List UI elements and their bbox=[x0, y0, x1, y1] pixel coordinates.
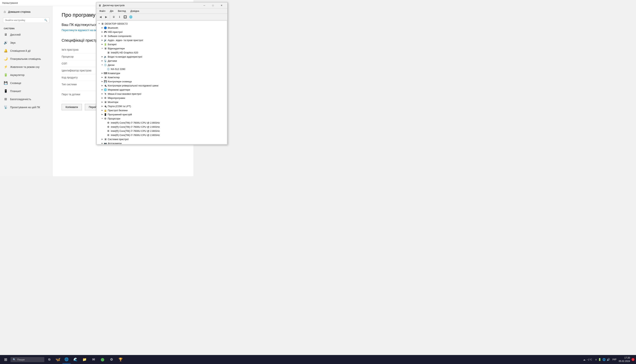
toolbar-computer[interactable]: 🖥 bbox=[111, 14, 116, 19]
tree-item[interactable]: ▶ ⌨ Клавіатури bbox=[97, 71, 227, 75]
tablet-icon: 📱 bbox=[4, 89, 8, 93]
tree-item[interactable]: ▶ ⚙ Мікропрограма: bbox=[97, 96, 227, 100]
tree-item[interactable]: ▼ 🖥 Відеоадаптери bbox=[97, 46, 227, 50]
minimize-button[interactable]: ─ bbox=[200, 2, 208, 8]
tree-item[interactable]: ▶ 📡 Датчики bbox=[97, 59, 227, 63]
tree-item-label: Миша й інші вказівні пристрої bbox=[108, 92, 141, 95]
menu-help[interactable]: Довідка bbox=[128, 9, 141, 13]
tree-item[interactable]: ⚙ Intel(R) Core(TM) i7-7600U CPU @ 2.80G… bbox=[97, 125, 227, 129]
devmgr-window-controls: ─ □ ✕ bbox=[200, 2, 226, 8]
tree-item[interactable]: ▶ 🖥 Монітори bbox=[97, 100, 227, 104]
tree-item-icon: ⚙ bbox=[104, 117, 107, 120]
tree-item-icon: 🌐 bbox=[104, 88, 107, 91]
tree-item[interactable]: 🖥 Intel(R) HD Graphics 620 bbox=[97, 50, 227, 54]
tree-expander-12: ▶ bbox=[101, 72, 104, 75]
sidebar-item-display[interactable]: 🖥 Дисплей bbox=[0, 31, 52, 39]
sidebar-notifications-label: Сповіщення й дії bbox=[10, 49, 31, 52]
sidebar-item-battery[interactable]: 🔋 Акумулятор bbox=[0, 71, 52, 79]
tree-expander-0: ▼ bbox=[98, 22, 101, 25]
multitasking-icon: ⊞ bbox=[4, 97, 8, 101]
tree-item-icon: 💿 bbox=[107, 67, 110, 71]
tree-expander-14: ▶ bbox=[101, 80, 104, 83]
toolbar-forward[interactable]: ▶ bbox=[103, 14, 109, 19]
tree-item-icon: 📱 bbox=[104, 113, 107, 116]
tree-item[interactable]: ▼ 💿 Диски bbox=[97, 63, 227, 67]
tree-item[interactable]: ▶ 🔌 Порти (COM та LPT) bbox=[97, 104, 227, 108]
copy-button[interactable]: Копіювати bbox=[62, 104, 82, 110]
tree-item-icon: 📷 bbox=[104, 142, 107, 144]
tree-item-label: Контролери сховища bbox=[108, 80, 132, 83]
sidebar-item-focus[interactable]: 🌙 Планувальник сповіщень bbox=[0, 55, 52, 63]
tree-item[interactable]: ▼ ⚙ Процесори bbox=[97, 116, 227, 120]
tree-item[interactable]: ▶ 🎮 HID-пристрої bbox=[97, 30, 227, 34]
tree-item[interactable]: ▶ 🔋 Батареї bbox=[97, 42, 227, 46]
tree-item[interactable]: ▶ 📱 Програмний пристрій bbox=[97, 112, 227, 116]
tree-item[interactable]: ▶ 🖥 Системні пристрої bbox=[97, 137, 227, 141]
tree-item[interactable]: 💿 NX-512 2280 bbox=[97, 67, 227, 71]
tree-expander-13: ▶ bbox=[101, 76, 104, 79]
tree-item[interactable]: ▼ 🖥 DESKTOP-SE63C72 bbox=[97, 22, 227, 26]
toolbar-monitor[interactable]: 🔲 bbox=[122, 14, 128, 19]
tree-expander-16: ▶ bbox=[101, 88, 104, 91]
close-button[interactable]: ✕ bbox=[217, 2, 226, 8]
tree-item-label: Intel(R) Core(TM) i7-7600U CPU @ 2.80GHz bbox=[111, 130, 160, 132]
tree-item-label: Датчики bbox=[108, 60, 117, 62]
sidebar-home-button[interactable]: ⌂ Домашня сторінка bbox=[0, 8, 52, 16]
tree-item-icon: 💿 bbox=[104, 63, 107, 66]
tree-item-icon: 🎮 bbox=[104, 30, 107, 34]
maximize-button[interactable]: □ bbox=[208, 2, 217, 8]
menu-file[interactable]: Файл bbox=[97, 9, 108, 13]
tree-item[interactable]: ▶ 🔌 Контролери універсальної послідовної… bbox=[97, 84, 227, 88]
tree-item-icon: 🔉 bbox=[104, 55, 107, 58]
tree-item[interactable]: ⚙ Intel(R) Core(TM) i7-7600U CPU @ 2.80G… bbox=[97, 133, 227, 137]
tree-expander-18: ▶ bbox=[101, 96, 104, 100]
tree-item-label: Вхідні та вихідні аудіопристрої bbox=[108, 55, 142, 58]
devmgr-titlebar: 🖥 Диспетчер пристроїв ─ □ ✕ bbox=[96, 2, 228, 8]
toolbar-info[interactable]: ℹ bbox=[117, 14, 122, 19]
search-input[interactable] bbox=[5, 19, 43, 22]
settings-sidebar: ⌂ Домашня сторінка 🔍 Система 🖥 Дисплей 🔊… bbox=[0, 6, 53, 176]
devmgr-title-left: 🖥 Диспетчер пристроїв bbox=[99, 4, 124, 7]
sidebar-focus-label: Планувальник сповіщень bbox=[10, 58, 41, 60]
menu-view[interactable]: Вигляд bbox=[116, 9, 128, 13]
menu-action[interactable]: Дія bbox=[108, 9, 116, 13]
tree-expander-28: ▶ bbox=[101, 138, 104, 141]
tree-item-icon: ⚙ bbox=[107, 125, 110, 128]
sidebar-section-system: Система bbox=[0, 24, 52, 31]
tree-item-icon: ⚙ bbox=[107, 133, 110, 137]
tree-item[interactable]: ▶ 🔊 Аудіо-, відео- та ігрові пристрої bbox=[97, 38, 227, 42]
sidebar-item-storage[interactable]: 💾 Сховище bbox=[0, 79, 52, 87]
sidebar-item-power[interactable]: ⚡ Живлення та режим сну bbox=[0, 63, 52, 71]
home-icon: ⌂ bbox=[4, 10, 6, 14]
toolbar-network[interactable]: 🌐 bbox=[128, 14, 133, 19]
sidebar-display-label: Дисплей bbox=[10, 33, 21, 36]
tree-item-label: Системні пристрої bbox=[108, 138, 129, 141]
tree-item[interactable]: ▶ 🌐 Мережеві адаптери bbox=[97, 88, 227, 92]
sidebar-item-projecting[interactable]: 📡 Проєктування на цей ПК bbox=[0, 103, 52, 111]
tree-item-label: Диски bbox=[108, 64, 115, 66]
sidebar-power-label: Живлення та режим сну bbox=[10, 66, 40, 68]
tree-item-label: Контролери універсальної послідовної шин… bbox=[108, 84, 158, 87]
tree-item-label: Мікропрограма: bbox=[108, 96, 125, 100]
sidebar-item-multitasking[interactable]: ⊞ Багатозадачність bbox=[0, 95, 52, 103]
tree-item[interactable]: ▶ ⚙ Software components bbox=[97, 34, 227, 38]
tree-item-label: Комп'ютер bbox=[108, 76, 120, 79]
device-manager-window: 🖥 Диспетчер пристроїв ─ □ ✕ Файл Дія Виг… bbox=[96, 2, 228, 145]
tree-item[interactable]: ⚙ Intel(R) Core(TM) i7-7600U CPU @ 2.80G… bbox=[97, 120, 227, 125]
tree-item[interactable]: ▶ 🖥 Комп'ютер bbox=[97, 75, 227, 79]
toolbar-back[interactable]: ◀ bbox=[98, 14, 103, 19]
tree-expander-4: ▶ bbox=[101, 39, 104, 42]
sidebar-item-tablet[interactable]: 📱 Планшет bbox=[0, 87, 52, 95]
sidebar-item-notifications[interactable]: 🔔 Сповіщення й дії bbox=[0, 47, 52, 55]
tree-expander-8: ▶ bbox=[101, 55, 104, 58]
tree-item[interactable]: ▶ 🔉 Вхідні та вихідні аудіопристрої bbox=[97, 54, 227, 59]
tree-item-label: Аудіо-, відео- та ігрові пристрої bbox=[108, 39, 143, 42]
tree-item[interactable]: ▶ 🖱 Миша й інші вказівні пристрої bbox=[97, 92, 227, 96]
sidebar-item-sound[interactable]: 🔊 Звук bbox=[0, 39, 52, 47]
tree-item[interactable]: ⚙ Intel(R) Core(TM) i7-7600U CPU @ 2.80G… bbox=[97, 129, 227, 133]
tree-item[interactable]: ▶ 💾 Контролери сховища bbox=[97, 79, 227, 84]
tree-item[interactable]: ▶ 📷 Фотокамери bbox=[97, 141, 227, 144]
tree-item[interactable]: ▶ 🔒 Пристрої безпеки bbox=[97, 108, 227, 112]
focus-icon: 🌙 bbox=[4, 57, 8, 61]
tree-item[interactable]: ▶ 🔵 Bluetooth bbox=[97, 26, 227, 30]
